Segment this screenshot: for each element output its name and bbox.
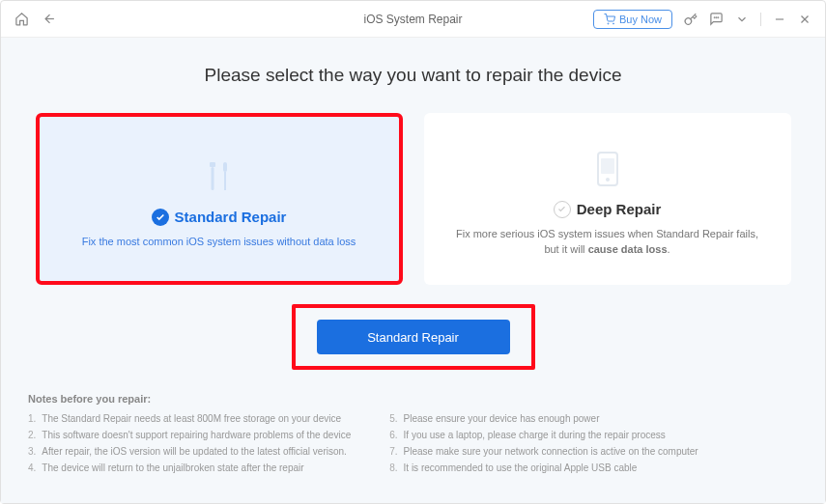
- deep-desc-bold: cause data loss: [588, 243, 668, 255]
- list-item: 8.It is recommended to use the original …: [389, 460, 698, 476]
- buy-now-button[interactable]: Buy Now: [593, 10, 672, 29]
- list-item: 2.This software doesn't support repairin…: [28, 427, 351, 443]
- list-item: 7.Please make sure your network connecti…: [389, 443, 698, 460]
- list-item: 5.Please ensure your device has enough p…: [389, 410, 698, 427]
- action-highlight: Standard Repair: [292, 304, 535, 370]
- standard-repair-button[interactable]: Standard Repair: [317, 320, 510, 354]
- page-heading: Please select the way you want to repair…: [28, 65, 798, 86]
- list-item: 4.The device will return to the unjailbr…: [28, 460, 351, 476]
- svg-rect-10: [223, 162, 227, 172]
- deep-repair-title: Deep Repair: [577, 201, 662, 217]
- titlebar-left: [14, 12, 57, 26]
- svg-point-3: [716, 17, 717, 18]
- titlebar-divider: [760, 13, 761, 26]
- notes-left: 1.The Standard Repair needs at least 800…: [28, 410, 351, 476]
- svg-rect-8: [210, 162, 215, 167]
- svg-point-0: [608, 23, 609, 24]
- notes-title: Notes before you repair:: [28, 393, 798, 405]
- app-window: iOS System Repair Buy Now: [0, 0, 826, 504]
- check-icon: [152, 209, 169, 226]
- repair-options: Standard Repair Fix the most common iOS …: [28, 113, 798, 285]
- svg-point-1: [612, 23, 613, 24]
- home-icon[interactable]: [14, 12, 29, 26]
- buy-now-label: Buy Now: [619, 14, 662, 25]
- standard-repair-card[interactable]: Standard Repair Fix the most common iOS …: [36, 113, 403, 285]
- minimize-icon[interactable]: [773, 13, 786, 26]
- notes-lists: 1.The Standard Repair needs at least 800…: [28, 410, 798, 476]
- svg-point-4: [718, 17, 719, 18]
- svg-rect-11: [224, 172, 226, 190]
- tools-icon: [196, 149, 242, 203]
- device-icon: [584, 141, 631, 195]
- deep-desc-post: .: [668, 243, 670, 255]
- titlebar-right: Buy Now: [593, 10, 812, 29]
- standard-title-row: Standard Repair: [152, 209, 287, 226]
- list-item: 1.The Standard Repair needs at least 800…: [28, 410, 351, 427]
- deep-title-row: Deep Repair: [554, 201, 662, 218]
- key-icon[interactable]: [684, 13, 698, 26]
- list-item: 3.After repair, the iOS version will be …: [28, 443, 351, 460]
- back-icon[interactable]: [43, 12, 57, 26]
- notes-section: Notes before you repair: 1.The Standard …: [28, 393, 798, 476]
- svg-rect-9: [211, 167, 214, 190]
- deep-repair-desc: Fix more serious iOS system issues when …: [451, 226, 764, 258]
- titlebar: iOS System Repair Buy Now: [1, 1, 825, 38]
- standard-repair-title: Standard Repair: [175, 209, 287, 225]
- feedback-icon[interactable]: [709, 12, 724, 26]
- window-title: iOS System Repair: [363, 13, 462, 26]
- action-row: Standard Repair: [28, 304, 798, 370]
- content-area: Please select the way you want to repair…: [1, 38, 825, 503]
- list-item: 6.If you use a laptop, please charge it …: [389, 427, 698, 443]
- deep-repair-card[interactable]: Deep Repair Fix more serious iOS system …: [424, 113, 791, 285]
- svg-point-2: [714, 17, 715, 18]
- close-icon[interactable]: [798, 13, 812, 26]
- svg-point-14: [606, 178, 610, 182]
- notes-right: 5.Please ensure your device has enough p…: [389, 410, 698, 476]
- check-icon: [554, 201, 571, 218]
- chevron-down-icon[interactable]: [735, 13, 749, 26]
- standard-repair-desc: Fix the most common iOS system issues wi…: [82, 234, 356, 250]
- cart-icon: [604, 14, 615, 25]
- svg-rect-13: [601, 158, 614, 174]
